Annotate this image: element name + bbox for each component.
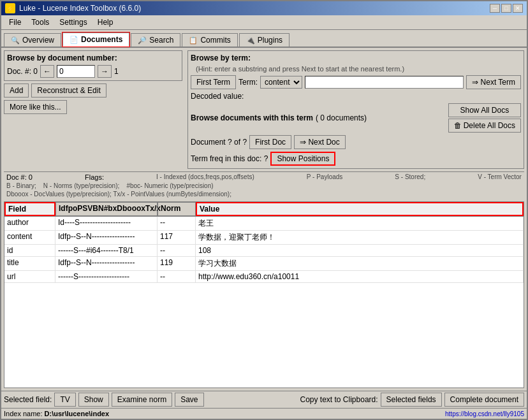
col-norm: Norm bbox=[158, 202, 196, 216]
maximize-button[interactable]: □ bbox=[501, 4, 511, 13]
left-panel: Browse by document number: Doc. #: 0 ← →… bbox=[4, 50, 182, 169]
menu-file[interactable]: File bbox=[4, 17, 26, 28]
cell-value: 学习大数据 bbox=[196, 257, 524, 270]
cell-value: http://www.edu360.cn/a10011 bbox=[196, 271, 524, 282]
doc-number-input[interactable] bbox=[57, 65, 95, 78]
term-input[interactable] bbox=[305, 76, 464, 89]
save-button[interactable]: Save bbox=[175, 393, 203, 407]
legend-B-N: B - Binary; N - Norms (type/precision); … bbox=[6, 182, 522, 189]
next-doc-button-term[interactable]: ⇒ Next Doc bbox=[294, 135, 346, 149]
commits-icon: 📋 bbox=[189, 36, 198, 45]
browse-doc-label: Browse by document number: bbox=[7, 54, 179, 62]
term-select[interactable]: content bbox=[260, 76, 302, 89]
menu-bar: File Tools Settings Help bbox=[1, 15, 527, 30]
show-button[interactable]: Show bbox=[78, 393, 109, 407]
tab-overview[interactable]: 🔍 Overview bbox=[4, 33, 61, 47]
table-row[interactable]: id ------S---#i64-------T8/1 -- 108 bbox=[4, 245, 524, 257]
close-button[interactable]: ✕ bbox=[513, 4, 523, 13]
complete-document-button[interactable]: Complete document bbox=[444, 393, 524, 407]
tab-plugins[interactable]: 🔌 Plugins bbox=[239, 33, 290, 47]
action-row: Add Reconstruct & Edit bbox=[4, 83, 182, 98]
term-row: First Term Term: content ⇒ Next Term bbox=[191, 75, 521, 89]
hint-text: (Hint: enter a substring and press Next … bbox=[196, 65, 521, 73]
tab-overview-label: Overview bbox=[22, 36, 54, 45]
legend-S: S - Stored; bbox=[395, 173, 425, 181]
prev-doc-button[interactable]: ← bbox=[40, 65, 54, 78]
tab-documents-label: Documents bbox=[81, 35, 122, 44]
add-button[interactable]: Add bbox=[4, 83, 29, 98]
show-positions-button[interactable]: Show Positions bbox=[270, 152, 335, 166]
show-all-docs-button[interactable]: Show All Docs bbox=[448, 103, 521, 117]
table-row[interactable]: title Idfp--S--N----------------- 119 学习… bbox=[4, 257, 524, 271]
decoded-label: Decoded value: bbox=[191, 92, 244, 101]
cell-field: url bbox=[4, 271, 55, 282]
term-freq-row: Term freq in this doc: ? Show Positions bbox=[191, 152, 521, 166]
cell-norm: 119 bbox=[158, 257, 196, 270]
doc-row: Doc. #: 0 ← → 1 bbox=[7, 65, 179, 78]
doc-number: Doc #: 0 bbox=[6, 173, 33, 181]
title-bar-buttons: ─ □ ✕ bbox=[490, 4, 523, 13]
next-doc-button[interactable]: → bbox=[98, 65, 112, 78]
tab-plugins-label: Plugins bbox=[258, 36, 282, 45]
more-like-row: More like this... bbox=[4, 100, 182, 114]
window-title: Luke - Lucene Index Toolbox (6.6.0) bbox=[19, 4, 141, 13]
status-bar: Index name: D:\usr\lucene\index https://… bbox=[1, 408, 527, 419]
doc-of-label: Document ? of ? bbox=[191, 138, 247, 147]
first-term-button[interactable]: First Term bbox=[191, 75, 236, 89]
plugins-icon: 🔌 bbox=[246, 36, 255, 45]
table-row[interactable]: content Idfp--S--N----------------- 117 … bbox=[4, 231, 524, 245]
tab-commits[interactable]: 📋 Commits bbox=[182, 33, 237, 47]
examine-norm-button[interactable]: Examine norm bbox=[112, 393, 172, 407]
menu-settings[interactable]: Settings bbox=[54, 17, 92, 28]
term-freq-label: Term freq in this doc: ? bbox=[191, 154, 268, 163]
legend-Dbooox: Dbooox - DocValues (type/precision); Tx/… bbox=[6, 191, 522, 198]
legend-I: I - Indexed (docs,freqs,pos,offsets) bbox=[156, 173, 254, 181]
cell-norm: 117 bbox=[158, 231, 196, 244]
cell-value: 学数据，迎聚丁老师！ bbox=[196, 231, 524, 244]
minimize-button[interactable]: ─ bbox=[490, 4, 500, 13]
search-icon: 🔎 bbox=[138, 36, 147, 45]
reconstruct-button[interactable]: Reconstruct & Edit bbox=[31, 83, 106, 98]
first-doc-button[interactable]: First Doc bbox=[249, 135, 291, 149]
cell-flags: ------S---#i64-------T8/1 bbox=[55, 245, 158, 256]
table-header: Field IdfpoPSVBN#bxDboooxTx/x Norm Value bbox=[4, 202, 524, 217]
selected-fields-button[interactable]: Selected fields bbox=[381, 393, 442, 407]
cell-norm: -- bbox=[158, 271, 196, 282]
legend-N: N - Norms (type/precision); bbox=[43, 182, 119, 189]
cell-value: 老王 bbox=[196, 217, 524, 230]
cell-norm: -- bbox=[158, 245, 196, 256]
doc-info-section: Doc #: 0 Flags: I - Indexed (docs,freqs,… bbox=[4, 171, 524, 199]
menu-tools[interactable]: Tools bbox=[26, 17, 54, 28]
term-label: Term: bbox=[238, 78, 258, 87]
overview-icon: 🔍 bbox=[11, 36, 20, 45]
tab-search[interactable]: 🔎 Search bbox=[131, 33, 180, 47]
documents-icon: 📄 bbox=[70, 35, 78, 44]
index-label: Index name: bbox=[4, 410, 43, 417]
decoded-row: Decoded value: bbox=[191, 92, 521, 101]
next-term-button[interactable]: ⇒ Next Term bbox=[466, 75, 521, 89]
main-content: Browse by document number: Doc. #: 0 ← →… bbox=[1, 48, 527, 391]
delete-all-docs-button[interactable]: 🗑 Delete All Docs bbox=[448, 119, 521, 133]
table-row[interactable]: url ------S-------------------- -- http:… bbox=[4, 271, 524, 283]
title-bar-left: ⚡ Luke - Lucene Index Toolbox (6.6.0) bbox=[5, 3, 141, 13]
menu-help[interactable]: Help bbox=[92, 17, 119, 28]
tab-documents[interactable]: 📄 Documents bbox=[62, 33, 129, 47]
right-panel: Browse by term: (Hint: enter a substring… bbox=[187, 50, 524, 169]
col-flags: IdfpoPSVBN#bxDboooxTx/x bbox=[55, 202, 158, 216]
tab-commits-label: Commits bbox=[200, 36, 230, 45]
cell-field: id bbox=[4, 245, 55, 256]
delete-icon: 🗑 bbox=[454, 121, 462, 130]
table-row[interactable]: author Id----S-------------------- -- 老王 bbox=[4, 217, 524, 231]
more-like-button[interactable]: More like this... bbox=[4, 100, 67, 114]
col-field: Field bbox=[4, 202, 55, 216]
bottom-bar: Selected field: TV Show Examine norm Sav… bbox=[1, 391, 527, 408]
cell-flags: Idfp--S--N----------------- bbox=[55, 231, 158, 244]
selected-field-label: Selected field: bbox=[4, 395, 52, 404]
cell-flags: ------S-------------------- bbox=[55, 271, 158, 282]
cell-field: content bbox=[4, 231, 55, 244]
clipboard-label: Copy text to Clipboard: bbox=[300, 395, 378, 404]
cell-flags: Id----S-------------------- bbox=[55, 217, 158, 230]
app-icon: ⚡ bbox=[5, 3, 15, 13]
tv-button[interactable]: TV bbox=[54, 393, 75, 407]
title-bar: ⚡ Luke - Lucene Index Toolbox (6.6.0) ─ … bbox=[1, 1, 527, 15]
